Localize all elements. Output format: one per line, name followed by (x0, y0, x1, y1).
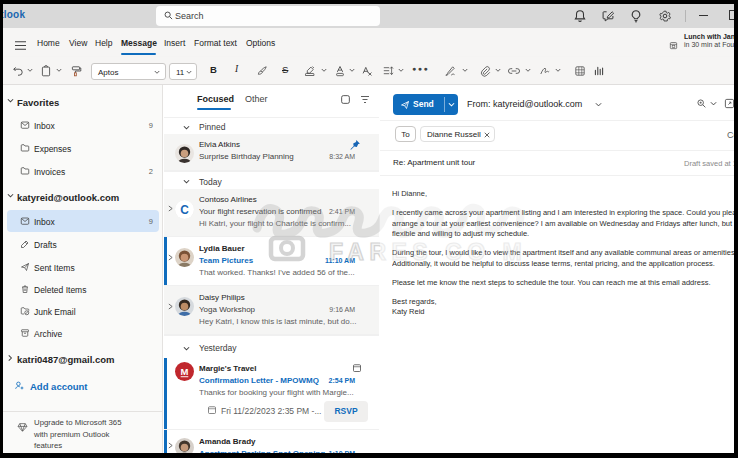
svg-text:M: M (181, 366, 189, 377)
svg-text:C: C (180, 203, 189, 217)
